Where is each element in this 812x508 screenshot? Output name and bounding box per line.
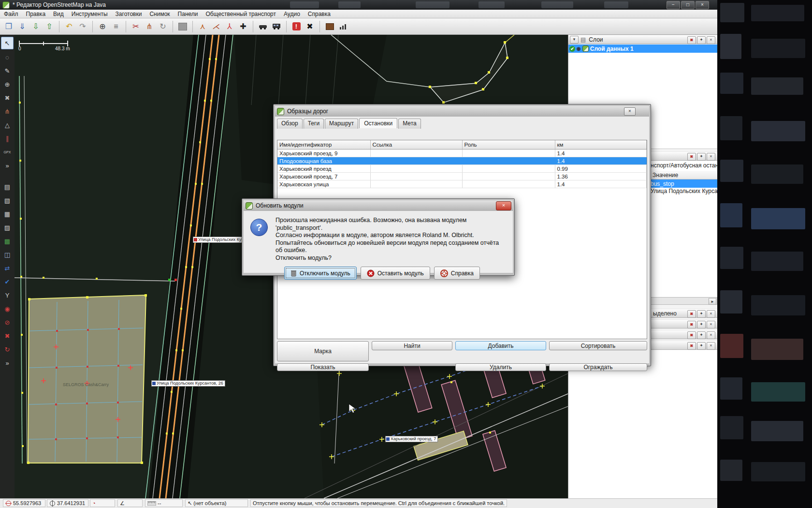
panel-detach-button[interactable]: ◙ [687, 36, 696, 44]
panel-pin-button[interactable]: ✦ [697, 36, 706, 44]
close-button[interactable]: × [696, 1, 709, 9]
unglue-tool-button[interactable]: ⋔ [1, 105, 13, 117]
panel-pin-button[interactable]: ✦ [697, 342, 706, 350]
scrollbar-right-arrow[interactable]: ▸ [709, 298, 716, 305]
parallel-tool-button[interactable]: ∥ [1, 133, 13, 144]
delete-tool-button[interactable]: ✖ [1, 92, 13, 104]
panel-pin-button[interactable]: ✦ [697, 310, 706, 318]
update-dialog-close-button[interactable]: × [496, 201, 511, 210]
lakewalker-tool-button[interactable]: ▩ [1, 235, 13, 247]
selection-list-area[interactable] [568, 350, 717, 498]
panel-close-button[interactable]: × [707, 153, 715, 161]
selgros-building[interactable] [27, 294, 147, 464]
col-name[interactable]: Имя/идентификатор [277, 140, 370, 149]
menu-help[interactable]: Справка [308, 11, 331, 17]
target-tool-button[interactable]: ⊘ [1, 316, 13, 328]
tab-overview[interactable]: Обзор [277, 119, 303, 129]
panel-detach-button[interactable]: ◙ [687, 331, 696, 339]
roads-dialog-titlebar[interactable]: Образцы дорог × [275, 106, 649, 117]
unglue-a-button[interactable]: ⋏ [197, 21, 208, 32]
col-km[interactable]: км [555, 140, 647, 149]
tab-stops[interactable]: Остановки [359, 118, 397, 128]
bus-route-button[interactable] [271, 21, 282, 32]
more-tools-button[interactable]: » [1, 160, 13, 171]
imagery-button[interactable] [177, 21, 188, 32]
lasso-tool-button[interactable]: ◌ [1, 51, 13, 63]
remove-tool-button[interactable]: ✖ [1, 330, 13, 342]
panel-pin-button[interactable]: ✦ [697, 153, 706, 161]
warning-button[interactable]: ! [290, 21, 302, 32]
menu-edit[interactable]: Правка [26, 11, 46, 17]
delete-route-button[interactable]: ✖ [304, 21, 316, 32]
col-role[interactable]: Роль [462, 140, 555, 149]
layer-visible-check-icon[interactable]: ✔ [569, 46, 575, 52]
menu-presets[interactable]: Заготовки [116, 11, 142, 17]
pan-button[interactable]: ✚ [237, 21, 249, 32]
disable-plugin-button[interactable]: Отключить модуль [284, 267, 357, 280]
menu-file[interactable]: Файл [4, 11, 18, 17]
fence-button[interactable]: Ограждать [549, 363, 647, 371]
layer-eye-icon[interactable]: ◉ [577, 46, 581, 51]
sort-button[interactable]: Сортировать [549, 341, 647, 350]
redo-button[interactable]: ↷ [77, 21, 88, 32]
grid-tool-button[interactable]: ◫ [1, 249, 13, 260]
validate-tool-button[interactable]: ✔ [1, 276, 13, 287]
sync-button[interactable]: ↻ [157, 21, 169, 32]
stop-box-button[interactable] [324, 21, 335, 32]
panel-close-button[interactable]: × [707, 36, 715, 44]
car-route-button[interactable] [257, 21, 269, 32]
panel-close-button[interactable]: × [707, 310, 715, 318]
zoom-tool-button[interactable]: ⊕ [1, 78, 13, 90]
tab-meta[interactable]: Мета [398, 119, 420, 129]
address-tool-button[interactable]: ▨ [1, 222, 13, 233]
panel-detach-button[interactable]: ◙ [687, 153, 696, 161]
menu-public-transport[interactable]: Общественный транспорт [206, 11, 276, 17]
chart-button[interactable] [337, 21, 349, 32]
menu-windows[interactable]: Панели [178, 11, 198, 17]
paint-tool-button[interactable]: ◉ [1, 303, 13, 314]
new-file-button[interactable]: ❐ [3, 21, 14, 32]
save-button[interactable]: ⇓ [16, 21, 28, 32]
more-tools2-button[interactable]: » [1, 357, 13, 369]
panel-close-button[interactable]: × [707, 321, 715, 329]
unglue-c-button[interactable]: ⅄ [224, 21, 235, 32]
help-button[interactable]: Справка [434, 267, 480, 280]
tag-tool-button[interactable]: ▧ [1, 194, 13, 206]
panel-pin-button[interactable]: ✦ [697, 331, 706, 339]
align-tool-button[interactable]: △ [1, 119, 13, 131]
add-button[interactable]: Добавить [455, 341, 546, 350]
maximize-button[interactable]: □ [681, 1, 695, 9]
terrace-tool-button[interactable]: ▤ [1, 181, 13, 193]
table-row[interactable]: Харьковский проезд 0.99 [277, 165, 647, 173]
panel-close-button[interactable]: × [707, 342, 715, 350]
tab-route[interactable]: Маршрут [325, 119, 358, 129]
scissors-button[interactable]: ✂ [130, 21, 142, 32]
draw-tool-button[interactable]: ✎ [1, 65, 13, 76]
layer-row[interactable]: ✔ ◉ Слой данных 1 [568, 45, 717, 53]
mark-button[interactable]: Марка [277, 341, 369, 361]
gpx-tool-button[interactable]: GPX [1, 146, 13, 158]
preferences-button[interactable]: ≡ [110, 21, 122, 32]
table-row[interactable]: Харьковский проезд, 7 1.36 [277, 173, 647, 180]
zoom-selection-button[interactable]: ⊕ [97, 21, 108, 32]
unglue-b-button[interactable]: ⋌ [210, 21, 222, 32]
menu-view[interactable]: Вид [53, 11, 64, 17]
panel-detach-button[interactable]: ◙ [687, 310, 696, 318]
table-row[interactable]: Харьковская улица 1.4 [277, 180, 647, 188]
follow-tool-button[interactable]: ⇄ [1, 262, 13, 274]
col-link[interactable]: Ссылка [370, 140, 462, 149]
remove-button[interactable]: Удалить [455, 363, 546, 371]
panel-detach-button[interactable]: ◙ [687, 342, 696, 350]
keep-plugin-button[interactable]: Оставить модуль [361, 267, 430, 280]
minimize-button[interactable]: − [667, 1, 680, 9]
menu-audio[interactable]: Аудио [284, 11, 300, 17]
tab-tags[interactable]: Теги [304, 119, 324, 129]
upload-button[interactable]: ⇧ [44, 21, 55, 32]
select-tool-button[interactable]: ↖ [1, 37, 14, 49]
reload-tool-button[interactable]: ↻ [1, 344, 13, 355]
menu-imagery[interactable]: Снимок [149, 11, 170, 17]
panel-close-button[interactable]: × [707, 331, 715, 339]
value-column-header[interactable]: Значение [652, 172, 678, 179]
panel-pin-button[interactable]: ✦ [697, 321, 706, 329]
table-row[interactable]: Харьковский проезд, 9 1.4 [277, 149, 647, 157]
